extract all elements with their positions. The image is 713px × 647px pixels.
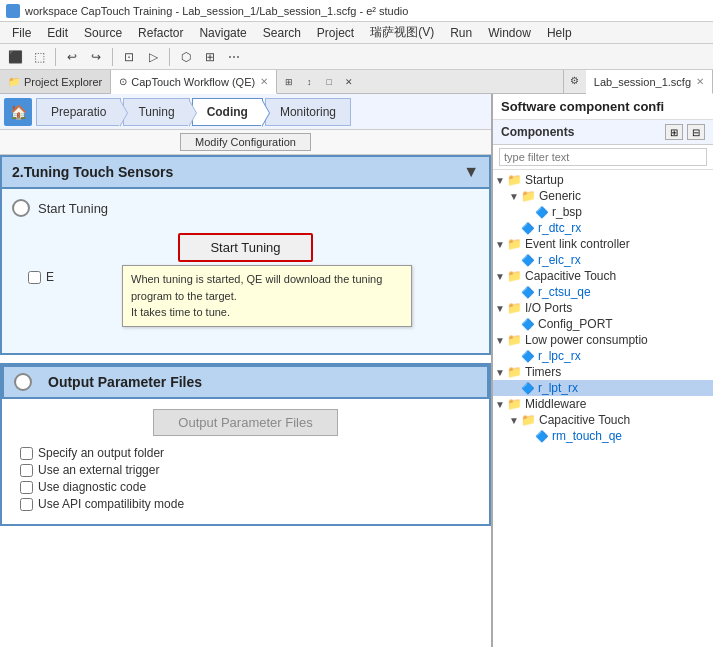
tree-item[interactable]: ▼📁Low power consumptio bbox=[493, 332, 713, 348]
tree-item[interactable]: ▼📁Capacitive Touch bbox=[493, 412, 713, 428]
output-checkbox-2[interactable] bbox=[20, 464, 33, 477]
toolbar-btn5[interactable]: ⊡ bbox=[118, 47, 140, 67]
output-checkbox-4[interactable] bbox=[20, 498, 33, 511]
step-coding[interactable]: Coding bbox=[192, 98, 263, 126]
toolbar-btn6[interactable]: ▷ bbox=[142, 47, 164, 67]
toolbar-btn7[interactable]: ⬡ bbox=[175, 47, 197, 67]
workflow-steps: 🏠 Preparatio Tuning Coding Monitoring bbox=[0, 94, 491, 130]
output-content: Output Parameter Files Specify an output… bbox=[2, 399, 489, 524]
tree-item[interactable]: 🔷r_ctsu_qe bbox=[493, 284, 713, 300]
menu-window[interactable]: Window bbox=[480, 24, 539, 42]
file-icon: 🔷 bbox=[521, 350, 535, 363]
tree-item-label: r_lpt_rx bbox=[538, 381, 578, 395]
tuning-section-header[interactable]: 2.Tuning Touch Sensors ▼ bbox=[0, 155, 491, 189]
toolbar-btn8[interactable]: ⊞ bbox=[199, 47, 221, 67]
folder-icon: 📁 bbox=[507, 365, 522, 379]
tab-lab-close[interactable]: ✕ bbox=[696, 76, 704, 87]
tab-action-3[interactable]: □ bbox=[321, 74, 337, 90]
tree-item[interactable]: ▼📁Generic bbox=[493, 188, 713, 204]
step-tuning-label: Tuning bbox=[138, 105, 174, 119]
tree-item[interactable]: 🔷r_lpc_rx bbox=[493, 348, 713, 364]
toolbar-back[interactable]: ⬛ bbox=[4, 47, 26, 67]
step-monitoring-label: Monitoring bbox=[280, 105, 336, 119]
tab-action-2[interactable]: ↕ bbox=[301, 74, 317, 90]
tree-toggle-icon: ▼ bbox=[507, 191, 521, 202]
menu-bar: File Edit Source Refactor Navigate Searc… bbox=[0, 22, 713, 44]
folder-icon: 📁 bbox=[507, 333, 522, 347]
menu-run[interactable]: Run bbox=[442, 24, 480, 42]
toolbar-btn2[interactable]: ⬚ bbox=[28, 47, 50, 67]
menu-search[interactable]: Search bbox=[255, 24, 309, 42]
comp-action-expand[interactable]: ⊞ bbox=[665, 124, 683, 140]
tree-item[interactable]: ▼📁Startup bbox=[493, 172, 713, 188]
step-preparation[interactable]: Preparatio bbox=[36, 98, 121, 126]
menu-navigate[interactable]: Navigate bbox=[191, 24, 254, 42]
tree-item[interactable]: ▼📁Timers bbox=[493, 364, 713, 380]
tree-item-label: Low power consumptio bbox=[525, 333, 648, 347]
step-tuning-arrow-inner bbox=[188, 99, 196, 127]
tree-item[interactable]: 🔷r_elc_rx bbox=[493, 252, 713, 268]
modify-config-bar: Modify Configuration bbox=[0, 130, 491, 155]
menu-renesas[interactable]: 瑞萨视图(V) bbox=[362, 22, 442, 43]
tree-item[interactable]: ▼📁Capacitive Touch bbox=[493, 268, 713, 284]
tab-lab-session[interactable]: Lab_session_1.scfg ✕ bbox=[586, 70, 713, 94]
tab-action-4[interactable]: ✕ bbox=[341, 74, 357, 90]
tab-captouch-close[interactable]: ✕ bbox=[260, 76, 268, 87]
step-tuning[interactable]: Tuning bbox=[123, 98, 189, 126]
tree-item[interactable]: 🔷Config_PORT bbox=[493, 316, 713, 332]
output-section: Output Parameter Files Output Parameter … bbox=[0, 363, 491, 526]
menu-refactor[interactable]: Refactor bbox=[130, 24, 191, 42]
tab-row: 📁 Project Explorer ⊙ CapTouch Workflow (… bbox=[0, 70, 713, 94]
tab-captouch-workflow[interactable]: ⊙ CapTouch Workflow (QE) ✕ bbox=[111, 70, 277, 94]
checkbox-e[interactable] bbox=[28, 271, 41, 284]
tree-view[interactable]: ▼📁Startup▼📁Generic🔷r_bsp🔷r_dtc_rx▼📁Event… bbox=[493, 170, 713, 647]
file-icon: 🔷 bbox=[535, 206, 549, 219]
menu-file[interactable]: File bbox=[4, 24, 39, 42]
output-checkbox-3[interactable] bbox=[20, 481, 33, 494]
output-opt-1: Specify an output folder bbox=[20, 446, 479, 460]
tree-item[interactable]: 🔷r_bsp bbox=[493, 204, 713, 220]
file-icon: 🔷 bbox=[521, 318, 535, 331]
tree-item-label: Event link controller bbox=[525, 237, 630, 251]
step-monitoring[interactable]: Monitoring bbox=[265, 98, 351, 126]
tab-action-1[interactable]: ⊞ bbox=[281, 74, 297, 90]
output-section-header[interactable]: Output Parameter Files bbox=[2, 365, 489, 399]
folder-icon: 📁 bbox=[507, 269, 522, 283]
captouch-icon: ⊙ bbox=[119, 76, 127, 87]
step-home-btn[interactable]: 🏠 bbox=[4, 98, 32, 126]
output-checkbox-1[interactable] bbox=[20, 447, 33, 460]
tree-item[interactable]: 🔷rm_touch_qe bbox=[493, 428, 713, 444]
toolbar-btn9[interactable]: ⋯ bbox=[223, 47, 245, 67]
right-tab-icon[interactable]: ⚙ bbox=[564, 70, 586, 90]
tab-lab-label: Lab_session_1.scfg bbox=[594, 76, 691, 88]
app-icon bbox=[6, 4, 20, 18]
toolbar: ⬛ ⬚ ↩ ↪ ⊡ ▷ ⬡ ⊞ ⋯ bbox=[0, 44, 713, 70]
tab-project-explorer[interactable]: 📁 Project Explorer bbox=[0, 70, 111, 93]
tree-item[interactable]: 🔷r_dtc_rx bbox=[493, 220, 713, 236]
tooltip-box: When tuning is started, QE will download… bbox=[122, 265, 412, 327]
file-icon: 🔷 bbox=[521, 254, 535, 267]
filter-input[interactable] bbox=[499, 148, 707, 166]
tree-toggle-icon: ▼ bbox=[493, 303, 507, 314]
comp-action-collapse[interactable]: ⊟ bbox=[687, 124, 705, 140]
tree-item-label: r_lpc_rx bbox=[538, 349, 581, 363]
folder-icon: 📁 bbox=[507, 397, 522, 411]
toolbar-sep2 bbox=[112, 48, 113, 66]
start-tuning-btn[interactable]: Start Tuning bbox=[178, 233, 312, 262]
tree-item[interactable]: 🔷r_lpt_rx bbox=[493, 380, 713, 396]
menu-help[interactable]: Help bbox=[539, 24, 580, 42]
tab-project-label: Project Explorer bbox=[24, 76, 102, 88]
toolbar-btn4[interactable]: ↪ bbox=[85, 47, 107, 67]
tree-item[interactable]: ▼📁I/O Ports bbox=[493, 300, 713, 316]
tree-item[interactable]: ▼📁Event link controller bbox=[493, 236, 713, 252]
modify-config-btn[interactable]: Modify Configuration bbox=[180, 133, 311, 151]
tree-toggle-icon: ▼ bbox=[507, 415, 521, 426]
file-icon: 🔷 bbox=[521, 286, 535, 299]
tree-item[interactable]: ▼📁Middleware bbox=[493, 396, 713, 412]
tree-toggle-icon: ▼ bbox=[493, 175, 507, 186]
menu-source[interactable]: Source bbox=[76, 24, 130, 42]
left-content: 2.Tuning Touch Sensors ▼ Start Tuning St… bbox=[0, 155, 491, 647]
menu-edit[interactable]: Edit bbox=[39, 24, 76, 42]
toolbar-btn3[interactable]: ↩ bbox=[61, 47, 83, 67]
menu-project[interactable]: Project bbox=[309, 24, 362, 42]
